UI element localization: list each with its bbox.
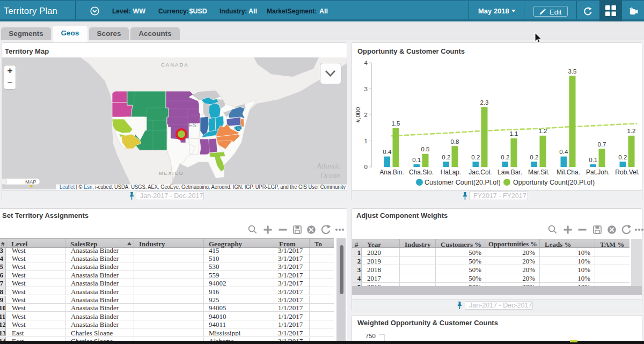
svg-text:2.3: 2.3 [480, 99, 489, 106]
svg-text:1.5: 1.5 [392, 120, 400, 127]
svg-text:0.7: 0.7 [598, 141, 606, 148]
svg-text:MAP: MAP [25, 179, 36, 185]
svg-text:ES: ES [189, 122, 196, 128]
svg-text:Law.Bar.: Law.Bar. [497, 169, 522, 176]
svg-text:1.1: 1.1 [510, 130, 518, 137]
svg-text:Ocean: Ocean [320, 172, 340, 180]
svg-text:0.5: 0.5 [421, 146, 430, 152]
svg-text:0.1: 0.1 [412, 157, 421, 163]
svg-text:#,000: #,000 [355, 107, 361, 123]
svg-text:Mil.Cha.: Mil.Cha. [557, 169, 580, 176]
svg-text:CANADA: CANADA [161, 62, 189, 68]
svg-text:Pat.Joh.: Pat.Joh. [586, 169, 610, 176]
svg-text:4: 4 [364, 60, 368, 66]
svg-text:0.4: 0.4 [559, 149, 568, 155]
svg-text:0: 0 [364, 164, 368, 170]
svg-text:0.1: 0.1 [589, 157, 597, 163]
svg-text:Ana.Bin.: Ana.Bin. [379, 169, 404, 176]
svg-text:2: 2 [364, 112, 368, 118]
svg-text:3.5: 3.5 [568, 68, 577, 75]
svg-text:0.2: 0.2 [618, 154, 627, 160]
svg-text:Customer Count(20.Pl.of): Customer Count(20.Pl.of) [425, 179, 501, 186]
svg-text:0.2: 0.2 [442, 154, 450, 160]
svg-text:1.2: 1.2 [539, 128, 547, 134]
svg-text:Atlantic: Atlantic [316, 162, 341, 170]
svg-text:1.2: 1.2 [627, 128, 636, 134]
svg-text:Opportunity Count(20.Pl.of): Opportunity Count(20.Pl.of) [513, 179, 595, 186]
svg-text:MÉXICO: MÉXICO [159, 170, 184, 176]
svg-text:Leaflet | © Esri, i-cubed, USD: Leaflet | © Esri, i-cubed, USDA, USGS, A… [60, 184, 346, 190]
svg-text:0.8: 0.8 [451, 138, 459, 145]
svg-text:0.4: 0.4 [383, 149, 392, 155]
svg-text:3: 3 [364, 86, 368, 92]
svg-text:0.2: 0.2 [530, 154, 538, 160]
svg-text:0.2: 0.2 [501, 154, 509, 160]
svg-text:HaLap.: HaLap. [441, 169, 462, 176]
svg-text:0.2: 0.2 [471, 154, 480, 160]
svg-text:1: 1 [364, 138, 368, 144]
svg-text:Mar.Sil.: Mar.Sil. [528, 169, 550, 176]
svg-text:Cha.Slo.: Cha.Slo. [409, 169, 434, 176]
svg-text:Jac.Col.: Jac.Col. [469, 169, 492, 176]
svg-text:Rob.Vel.: Rob.Vel. [615, 169, 639, 176]
